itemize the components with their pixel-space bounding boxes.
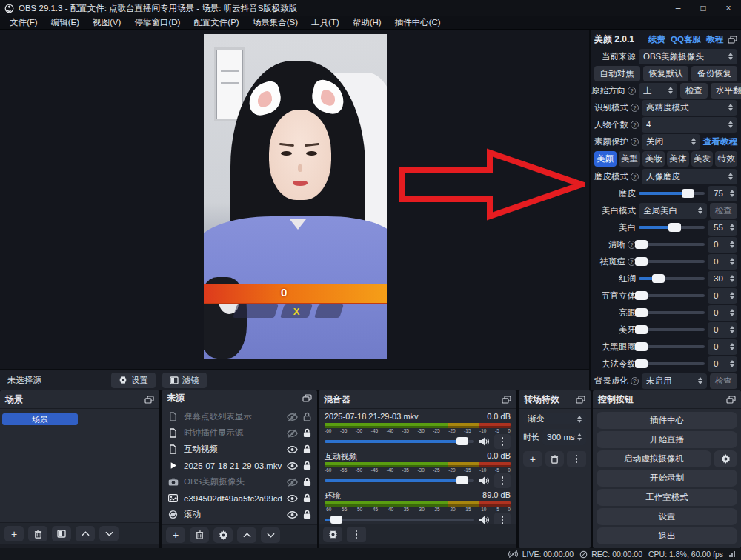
speaker-icon[interactable] [479, 476, 490, 485]
help-icon[interactable]: ? [631, 104, 639, 112]
menu-docks[interactable]: 停靠窗口(D) [127, 16, 187, 30]
scene-down-button[interactable] [99, 526, 119, 541]
duration-spinbox[interactable]: 300 ms [542, 429, 586, 445]
video-canvas[interactable]: 0 X [204, 34, 387, 359]
volume-slider[interactable] [325, 440, 474, 443]
tab-hair[interactable]: 美发 [691, 151, 714, 167]
qq-support-link[interactable]: QQ客服 [671, 34, 701, 45]
eye-slash-icon[interactable] [287, 478, 298, 487]
menu-edit[interactable]: 编辑(E) [44, 16, 86, 30]
source-row[interactable]: 弹幕点歌列表显示 [162, 409, 317, 425]
start-virtual-camera-button[interactable]: 启动虚拟摄像机 [597, 450, 711, 467]
maximize-button[interactable]: □ [691, 0, 716, 16]
whiten-slider[interactable] [639, 226, 705, 229]
horizontal-flip-button[interactable]: 水平翻转 [711, 83, 741, 99]
mixer-menu-button[interactable] [347, 527, 366, 542]
tutorial-link[interactable]: 教程 [706, 34, 723, 45]
whiten-check-button[interactable]: 检查 [710, 203, 737, 219]
help-icon[interactable]: ? [631, 121, 639, 129]
advanced-audio-button[interactable] [323, 527, 342, 542]
blemish-slider[interactable] [639, 260, 705, 263]
add-scene-button[interactable]: + [4, 526, 24, 541]
menu-view[interactable]: 视图(V) [86, 16, 127, 30]
source-row[interactable]: 2025-07-18 21-29-03.mkv [162, 458, 317, 474]
source-properties-toolbar-button[interactable] [213, 527, 233, 543]
restore-default-button[interactable]: 恢复默认 [643, 66, 689, 81]
channel-menu-button[interactable] [494, 473, 511, 488]
menu-help[interactable]: 帮助(H) [346, 16, 388, 30]
popout-icon[interactable] [728, 36, 737, 44]
smooth-slider[interactable] [639, 192, 705, 195]
popout-icon[interactable] [144, 396, 154, 404]
smooth-value[interactable]: 75 [708, 186, 737, 201]
source-down-button[interactable] [261, 527, 280, 543]
menu-profile[interactable]: 配置文件(P) [187, 16, 245, 30]
detect-mode-select[interactable]: 高精度模式 [642, 100, 737, 116]
tab-effects[interactable]: 特效 [715, 151, 737, 167]
menu-tools[interactable]: 工具(T) [305, 16, 346, 30]
lock-icon[interactable] [303, 444, 311, 454]
lock-icon[interactable] [303, 510, 311, 519]
bright-eyes-slider[interactable] [639, 311, 705, 314]
lock-icon[interactable] [303, 477, 311, 487]
autofocus-button[interactable]: 自动对焦 [594, 66, 640, 81]
settings-button[interactable]: 设置 [597, 508, 737, 525]
add-transition-button[interactable]: + [523, 451, 542, 467]
source-row[interactable]: 互动视频 [162, 441, 317, 458]
channel-menu-button[interactable] [494, 434, 511, 449]
dark-circles-value[interactable]: 0 [708, 339, 737, 355]
teeth-slider[interactable] [639, 328, 705, 331]
volume-slider[interactable] [325, 479, 474, 482]
smooth-mode-select[interactable]: 人像磨皮 [642, 169, 737, 184]
contour-slider[interactable] [639, 294, 705, 297]
rosy-value[interactable]: 30 [708, 271, 737, 287]
transition-select[interactable]: 渐变 [523, 413, 586, 424]
remove-scene-button[interactable] [28, 526, 47, 541]
tab-makeup[interactable]: 美妆 [642, 151, 665, 167]
studio-mode-button[interactable]: 工作室模式 [597, 489, 737, 506]
volume-slider[interactable] [325, 519, 474, 521]
lock-icon[interactable] [303, 428, 311, 438]
channel-menu-button[interactable] [494, 513, 511, 524]
nasolabial-value[interactable]: 0 [708, 356, 737, 372]
eye-icon[interactable] [287, 445, 298, 454]
eye-slash-icon[interactable] [287, 413, 298, 421]
minimize-button[interactable]: – [665, 0, 691, 16]
menu-scene-collection[interactable]: 场景集合(S) [246, 16, 305, 30]
eye-slash-icon[interactable] [287, 429, 298, 438]
source-up-button[interactable] [237, 527, 256, 543]
remove-source-button[interactable] [190, 527, 209, 543]
orientation-select[interactable]: 上 [639, 83, 677, 99]
virtual-camera-settings-button[interactable] [714, 450, 737, 467]
speaker-icon[interactable] [479, 516, 490, 524]
add-source-button[interactable]: + [166, 527, 185, 543]
scene-up-button[interactable] [76, 526, 95, 541]
popout-icon[interactable] [726, 396, 736, 404]
help-icon[interactable]: ? [631, 173, 639, 181]
tab-reshape[interactable]: 美型 [619, 151, 641, 167]
bg-blur-check-button[interactable]: 检查 [710, 373, 737, 389]
renew-link[interactable]: 续费 [648, 34, 665, 45]
dark-circles-slider[interactable] [639, 345, 705, 348]
scene-filters-button[interactable] [52, 526, 71, 541]
help-icon[interactable]: ? [628, 87, 636, 95]
speaker-icon[interactable] [479, 437, 490, 446]
rosy-slider[interactable] [639, 277, 705, 280]
current-source-select[interactable]: OBS美颜摄像头 [639, 49, 737, 64]
whiten-value[interactable]: 55 [708, 220, 737, 236]
clarity-value[interactable]: 0 [708, 237, 737, 253]
eye-icon[interactable] [287, 510, 298, 519]
help-icon[interactable]: ? [631, 377, 639, 385]
preview-area[interactable]: 0 X [0, 30, 589, 369]
whiten-mode-select[interactable]: 全局美白 [639, 203, 707, 219]
menu-plugin-center[interactable]: 插件中心(C) [388, 16, 448, 30]
source-row[interactable]: e394502df49aa5fc2a99cd2e7c [162, 490, 317, 507]
source-row[interactable]: 滚动 [162, 507, 317, 523]
bg-blur-select[interactable]: 未启用 [642, 373, 707, 389]
source-properties-button[interactable]: 设置 [111, 373, 156, 388]
tab-body[interactable]: 美体 [667, 151, 689, 167]
start-recording-button[interactable]: 开始录制 [597, 470, 737, 487]
eye-icon[interactable] [287, 461, 298, 470]
view-tutorial-link[interactable]: 查看教程 [703, 136, 737, 147]
lock-icon[interactable] [303, 493, 311, 503]
